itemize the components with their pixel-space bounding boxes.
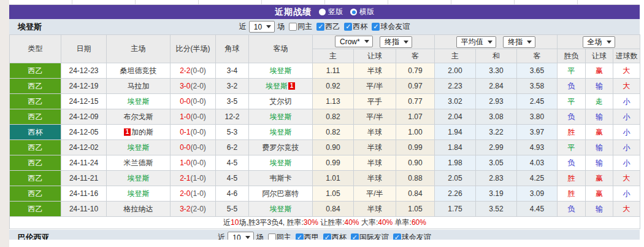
col-header-corner: 角球	[216, 35, 249, 63]
team-link[interactable]: 马拉加	[128, 82, 150, 90]
europe-home-odds: 2.04	[435, 109, 476, 125]
team-link[interactable]: 埃登斯	[128, 174, 150, 182]
checked-checkbox-icon[interactable]	[351, 233, 359, 240]
odds-source-select[interactable]: Crow*	[335, 36, 373, 47]
match-type-badge: 西杯	[10, 125, 61, 140]
team-link[interactable]: 埃登斯	[270, 112, 292, 121]
unchecked-checkbox-icon[interactable]	[289, 23, 297, 31]
team-link[interactable]: 加的斯	[131, 128, 153, 136]
handicap-line: 半球	[354, 171, 396, 186]
match-score[interactable]: 0-1(0-0)	[171, 125, 216, 140]
scope-select[interactable]: 全场	[583, 36, 615, 48]
match-score[interactable]: 3-0(2-0)	[171, 79, 216, 94]
match-type-badge: 西乙	[10, 79, 61, 94]
handicap-home-odds: 0.99	[313, 155, 354, 171]
competition-filter-checkbox-2[interactable]: 西甲	[296, 232, 319, 240]
radio-selected-icon[interactable]	[350, 9, 357, 15]
match-row: 西乙 24-11-21 埃登斯 2-1(1-0) 4-5 韦斯卡 1.01 半球…	[10, 171, 640, 186]
match-score[interactable]: 3-2(2-0)	[171, 202, 216, 217]
result-handicap: 输	[586, 79, 613, 94]
europe-time-select[interactable]: 终指	[503, 36, 535, 48]
match-score[interactable]: 2-1(1-0)	[171, 171, 216, 186]
competition-filter-checkbox-3[interactable]: 西杯	[344, 22, 367, 32]
checked-checkbox-icon[interactable]	[316, 23, 324, 31]
summary-segment: 40%	[345, 218, 359, 227]
checked-checkbox-icon[interactable]	[296, 233, 304, 240]
match-score[interactable]: 2-0(1-0)	[171, 186, 216, 202]
match-score[interactable]: 0-0(0-0)	[171, 140, 216, 155]
result-outcome: 胜	[558, 186, 586, 202]
match-type-badge: 西乙	[10, 155, 61, 171]
match-type-badge: 西乙	[10, 186, 61, 202]
checked-checkbox-icon[interactable]	[344, 23, 352, 31]
home-team-cell: 1加的斯	[107, 125, 171, 140]
team-link[interactable]: 布尔戈斯	[124, 112, 153, 121]
section-title-bar: 近期战绩 竖版 横版	[9, 5, 640, 19]
match-score[interactable]: 1-0(0-0)	[171, 109, 216, 125]
competition-filter-checkbox-2[interactable]: 西乙	[316, 22, 340, 32]
competition-filter-checkbox-5[interactable]: 球会友谊	[393, 232, 431, 240]
match-row: 西乙 24-12-23 桑坦德竞技 2-2(0-0) 3-4 埃登斯 1.11 …	[10, 63, 640, 79]
filter-label: 西乙	[325, 22, 340, 32]
handicap-home-odds: 1.01	[313, 171, 354, 186]
team-link[interactable]: 格拉纳达	[124, 205, 153, 213]
match-score[interactable]: 0-0(0-0)	[171, 94, 216, 109]
summary-segment: 10	[231, 218, 239, 227]
layout-radio-vertical[interactable]: 竖版	[319, 7, 343, 17]
match-count-select[interactable]: 10	[228, 232, 253, 240]
competition-filter-checkbox-1[interactable]: 同主	[268, 232, 291, 240]
team-link[interactable]: 埃登斯	[270, 66, 292, 75]
match-score[interactable]: 1-0(0-0)	[171, 155, 216, 171]
result-handicap: 输	[586, 155, 613, 171]
chevron-down-icon	[245, 236, 250, 239]
checked-checkbox-icon[interactable]	[372, 23, 380, 31]
team-link[interactable]: 阿尔巴塞特	[263, 189, 299, 198]
team-link[interactable]: 艾尔切	[270, 97, 292, 106]
europe-home-odds: 1.75	[435, 202, 476, 217]
team-link[interactable]: 埃登斯	[266, 82, 288, 90]
radio-unselected-icon[interactable]	[319, 9, 326, 15]
result-goals: 小	[613, 94, 640, 109]
result-goals: 大	[613, 63, 640, 79]
competition-filter-checkbox-4[interactable]: 国际友谊	[351, 232, 389, 240]
competition-filter-checkbox-3[interactable]: 西杯	[323, 232, 347, 240]
europe-away-odds: 4.45	[517, 202, 558, 217]
team-link[interactable]: 埃登斯	[128, 143, 150, 152]
team-link[interactable]: 埃登斯	[270, 159, 292, 167]
checked-checkbox-icon[interactable]	[323, 233, 331, 240]
team-link[interactable]: 埃登斯	[128, 97, 150, 106]
europe-away-odds: 3.09	[517, 186, 558, 202]
home-team-cell: 埃登斯	[107, 140, 171, 155]
europe-source-select[interactable]: 平均值	[456, 36, 496, 48]
competition-filter-checkbox-4[interactable]: 球会友谊	[372, 22, 410, 32]
next-team-name: 巴伦西亚	[18, 232, 50, 240]
team-link[interactable]: 费罗尔竞技	[263, 143, 299, 152]
unchecked-checkbox-icon[interactable]	[268, 233, 276, 240]
europe-draw-odds: 2.99	[476, 140, 517, 155]
team-link[interactable]: 埃登斯	[270, 205, 292, 213]
filter-label: 球会友谊	[402, 232, 431, 240]
result-handicap: 输	[586, 202, 613, 217]
team-link[interactable]: 埃登斯	[128, 189, 150, 198]
recent-matches-table: 类型 日期 主场 比分(半场) 角球 客场 Crow* 终指	[9, 34, 640, 229]
summary-segment: 大率:	[359, 218, 378, 227]
corner-score: 12-2	[216, 109, 249, 125]
home-team-cell: 布尔戈斯	[107, 109, 171, 125]
team-link[interactable]: 桑坦德竞技	[120, 66, 157, 75]
europe-home-odds: 3.02	[435, 94, 476, 109]
team-link[interactable]: 埃登斯	[270, 128, 292, 136]
handicap-away-odds: 0.90	[396, 155, 435, 171]
chevron-down-icon	[607, 41, 611, 44]
away-team-cell: 埃登斯1	[249, 79, 313, 94]
recent-results-panel: 近期战绩 竖版 横版 埃登斯 近 10 场 同主西乙西杯球会友谊	[0, 0, 644, 247]
team-link[interactable]: 韦斯卡	[270, 174, 292, 182]
handicap-time-select[interactable]: 终指	[380, 36, 412, 48]
checked-checkbox-icon[interactable]	[393, 233, 401, 240]
panel-content: 近期战绩 竖版 横版 埃登斯 近 10 场 同主西乙西杯球会友谊	[9, 0, 640, 240]
layout-radio-horizontal[interactable]: 横版	[350, 7, 374, 17]
match-score[interactable]: 2-2(0-0)	[171, 63, 216, 79]
match-count-select[interactable]: 10	[249, 21, 275, 33]
competition-filter-checkbox-1[interactable]: 同主	[289, 22, 312, 32]
result-handicap: 输	[586, 140, 613, 155]
team-link[interactable]: 米兰德斯	[124, 159, 153, 167]
